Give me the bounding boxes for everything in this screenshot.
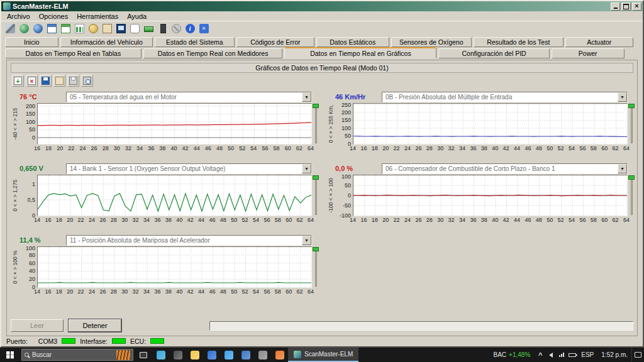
globe-icon[interactable] xyxy=(18,22,30,35)
search-input[interactable]: Buscar xyxy=(21,349,133,361)
stop-button[interactable]: Detener xyxy=(69,319,121,332)
chevron-down-icon[interactable] xyxy=(302,92,311,102)
x-tick-label: 54 xyxy=(566,145,577,151)
pid-selector[interactable]: 05 - Temperatura del agua en el Motor xyxy=(66,92,312,102)
device-icon[interactable] xyxy=(156,22,169,35)
widgets-icon[interactable] xyxy=(169,351,186,359)
axis-range-label: 0 < × > 1,275 xyxy=(11,175,19,216)
x-tick-label: 38 xyxy=(163,288,174,295)
x-tick-label: 46 xyxy=(522,145,533,151)
chevron-down-icon[interactable] xyxy=(618,92,627,102)
slider-thumb[interactable] xyxy=(628,175,635,180)
taskbar-clock[interactable]: 1:52 p.m. xyxy=(597,348,631,362)
axis-range-label: 0 < × > 100 % xyxy=(11,246,19,288)
chart-del-icon[interactable] xyxy=(26,75,38,87)
battery-icon[interactable] xyxy=(142,22,155,35)
tab-informacion-vehiculo[interactable]: Información del Vehículo xyxy=(60,37,153,47)
info-icon[interactable] xyxy=(184,22,196,35)
tab-actuator[interactable]: Actuator xyxy=(565,37,633,47)
network-icon[interactable] xyxy=(556,348,567,362)
hidden-icons-caret[interactable] xyxy=(535,348,545,362)
volume-icon[interactable] xyxy=(545,348,556,362)
store-icon[interactable] xyxy=(203,351,220,359)
chevron-down-icon[interactable] xyxy=(618,164,627,173)
restore-button[interactable] xyxy=(621,3,631,11)
minimize-button[interactable] xyxy=(611,3,620,11)
menu-opciones[interactable]: Opciones xyxy=(35,13,72,20)
start-button[interactable] xyxy=(0,348,20,362)
clipboard-icon[interactable] xyxy=(101,22,113,35)
tab-configuracion-pid[interactable]: Configuración del PID xyxy=(438,48,549,58)
tab-tiempo-real-graficos[interactable]: Datos en Tiempo Real en Gráficos xyxy=(284,47,436,58)
tab-tiempo-real-medidores[interactable]: Datos en Tiempo Real con Medidores xyxy=(143,48,283,58)
slider-thumb[interactable] xyxy=(628,104,635,108)
x-tick-label: 40 xyxy=(174,288,185,295)
pid-selector[interactable]: 0B - Presión Absoluta del Múltiple de En… xyxy=(382,92,628,102)
zoom-slider[interactable] xyxy=(312,103,320,145)
tab-sensores-oxigeno[interactable]: Sensores de Oxígeno xyxy=(391,37,472,47)
chart-canvas xyxy=(353,175,627,216)
zoom-slider[interactable] xyxy=(312,246,320,288)
y-axis-labels: 050100150200250 xyxy=(335,103,353,145)
x-tick-label: 34 xyxy=(141,217,152,223)
x-tick-label: 60 xyxy=(283,217,294,223)
status-bar: Puerto: COM3 Interfase: ECU: xyxy=(3,336,641,346)
language-indicator[interactable]: ESP xyxy=(577,348,597,362)
tab-codigos-error[interactable]: Códigos de Error xyxy=(236,37,314,47)
export-icon[interactable] xyxy=(53,75,65,87)
task-view-button[interactable] xyxy=(135,348,152,362)
chat-icon[interactable] xyxy=(128,22,141,35)
search-highlight-image[interactable] xyxy=(116,350,130,360)
x-tick-label: 18 xyxy=(53,217,65,223)
tab-inicio[interactable]: Inicio xyxy=(5,37,58,47)
chevron-down-icon[interactable] xyxy=(302,236,311,245)
tools-icon[interactable] xyxy=(4,22,16,35)
media-icon[interactable] xyxy=(271,351,288,359)
stock-ticker[interactable]: BAC +1,48% xyxy=(489,348,536,362)
edge-icon[interactable] xyxy=(152,351,169,359)
menu-ayuda[interactable]: Ayuda xyxy=(123,13,151,20)
settings-icon[interactable] xyxy=(254,351,271,359)
terminal-icon[interactable] xyxy=(114,22,127,35)
zoom-slider[interactable] xyxy=(312,175,320,216)
preview-icon[interactable] xyxy=(81,75,93,87)
mail-icon[interactable] xyxy=(220,351,237,359)
chart-add-icon[interactable] xyxy=(12,75,24,87)
tab-estado-sistema[interactable]: Estado del Sistema xyxy=(155,37,235,47)
zoom-slider[interactable] xyxy=(628,175,636,216)
explorer-icon[interactable] xyxy=(186,351,203,359)
pid-selector[interactable]: 14 - Bank 1 - Sensor 1 (Oxygen Sensor Ou… xyxy=(66,163,312,174)
money-icon[interactable] xyxy=(87,22,99,35)
read-button[interactable]: Leer xyxy=(11,319,64,332)
chevron-down-icon[interactable] xyxy=(302,164,311,173)
gauges-icon[interactable] xyxy=(59,22,72,35)
tab-tiempo-real-tablas[interactable]: Datos en Tiempo Real en Tablas xyxy=(5,48,142,58)
exit-icon[interactable] xyxy=(197,22,210,35)
slider-thumb[interactable] xyxy=(313,247,319,251)
slider-thumb[interactable] xyxy=(313,175,319,180)
battery-icon[interactable] xyxy=(567,348,577,362)
photos-icon[interactable] xyxy=(237,351,254,359)
scanmaster-task-button[interactable]: ScanMaster-ELM xyxy=(288,348,358,362)
zoom-slider[interactable] xyxy=(628,103,636,145)
tab-datos-estaticos[interactable]: Datos Estáticos xyxy=(316,37,389,47)
graph-icon[interactable] xyxy=(73,22,86,35)
menu-archivo[interactable]: Archivo xyxy=(3,13,35,20)
y-tick-label: 40 xyxy=(29,268,35,274)
slider-thumb[interactable] xyxy=(313,104,319,108)
save-icon[interactable] xyxy=(40,75,52,87)
notification-button[interactable] xyxy=(631,348,644,362)
print-icon[interactable] xyxy=(67,75,79,87)
pid-selector[interactable]: 06 - Compensador de Combustible de Corto… xyxy=(382,163,628,174)
chart-panel-4: 0,0 % 06 - Compensador de Combustible de… xyxy=(326,162,636,224)
connect-icon[interactable] xyxy=(31,22,44,35)
tab-resultado-test[interactable]: Resultado de los Test xyxy=(474,37,564,47)
tab-power[interactable]: Power xyxy=(552,48,625,58)
close-button[interactable] xyxy=(632,3,641,11)
menu-herramientas[interactable]: Herramientas xyxy=(72,13,123,20)
stop-icon[interactable] xyxy=(170,22,182,35)
x-tick-label: 24 xyxy=(77,145,89,151)
pid-selector[interactable]: 11 - Posición Absoluta de Mariposa del A… xyxy=(66,235,312,246)
x-tick-label: 58 xyxy=(272,217,284,223)
table-icon[interactable] xyxy=(45,22,58,35)
